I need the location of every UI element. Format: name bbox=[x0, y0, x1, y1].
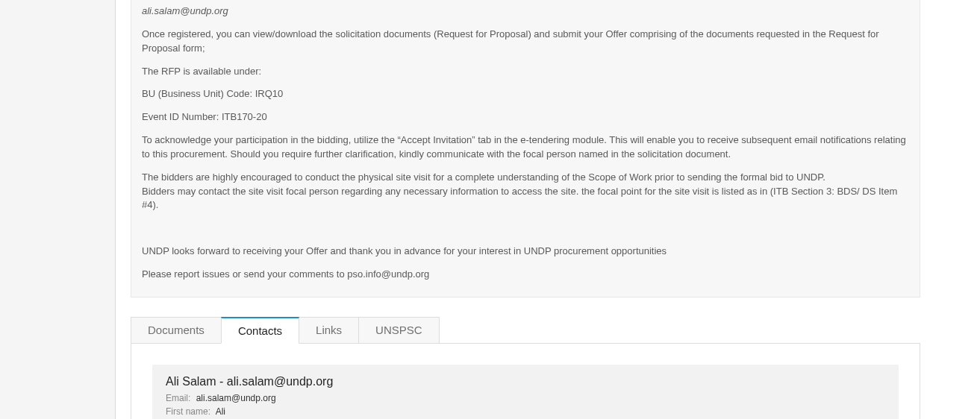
desc-paragraph: The bidders are highly encouraged to con… bbox=[142, 166, 909, 218]
desc-line: The bidders are highly encouraged to con… bbox=[142, 171, 825, 183]
contact-email-line: Email: ali.salam@undp.org bbox=[166, 391, 885, 405]
tabs-host: Documents Contacts Links UNSPSC Ali Sala… bbox=[131, 317, 920, 419]
tab-documents[interactable]: Documents bbox=[131, 317, 222, 344]
tab-row: Documents Contacts Links UNSPSC bbox=[131, 317, 920, 344]
contact-email-value: ali.salam@undp.org bbox=[196, 393, 276, 403]
desc-paragraph: To acknowledge your participation in the… bbox=[142, 129, 909, 166]
tab-unspsc[interactable]: UNSPSC bbox=[358, 317, 440, 344]
contact-title: Ali Salam - ali.salam@undp.org bbox=[166, 375, 885, 388]
desc-paragraph: BU (Business Unit) Code: IRQ10 bbox=[142, 83, 909, 106]
contact-first-label: First name: bbox=[166, 406, 210, 417]
tab-contacts[interactable]: Contacts bbox=[221, 317, 299, 344]
desc-paragraph: UNDP looks forward to receiving your Off… bbox=[142, 240, 909, 263]
contact-first-line: First name: Ali bbox=[166, 405, 885, 418]
desc-spacer bbox=[142, 217, 909, 240]
truncated-email: ali.salam@undp.org bbox=[142, 0, 909, 23]
tab-links[interactable]: Links bbox=[299, 317, 359, 344]
description-panel: ali.salam@undp.org Once registered, you … bbox=[131, 0, 920, 297]
desc-paragraph: The RFP is available under: bbox=[142, 60, 909, 84]
left-gutter bbox=[0, 0, 116, 419]
contact-first-value: Ali bbox=[216, 406, 225, 417]
tab-content-contacts: Ali Salam - ali.salam@undp.org Email: al… bbox=[131, 343, 920, 419]
contact-email-label: Email: bbox=[166, 393, 190, 403]
desc-paragraph: Please report issues or send your commen… bbox=[142, 263, 909, 286]
desc-paragraph: Once registered, you can view/download t… bbox=[142, 23, 909, 60]
desc-paragraph: Event ID Number: ITB170-20 bbox=[142, 106, 909, 129]
contact-card: Ali Salam - ali.salam@undp.org Email: al… bbox=[152, 365, 899, 419]
main-column: ali.salam@undp.org Once registered, you … bbox=[116, 0, 980, 419]
desc-line: Bidders may contact the site visit focal… bbox=[142, 186, 897, 211]
